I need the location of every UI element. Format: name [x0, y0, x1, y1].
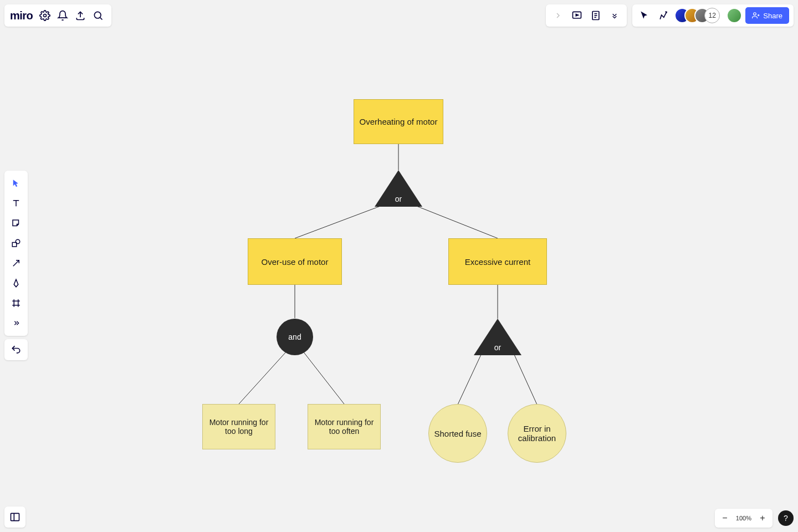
zoom-out-button[interactable]: −: [718, 511, 732, 525]
present-icon[interactable]: [569, 8, 585, 23]
avatar-self[interactable]: [727, 8, 742, 23]
undo-button[interactable]: [4, 339, 28, 360]
avatar-stack[interactable]: 12: [674, 8, 720, 23]
node-overuse-label: Over-use of motor: [262, 257, 329, 267]
svg-point-25: [16, 239, 20, 244]
export-icon[interactable]: [73, 8, 88, 23]
gate-and[interactable]: and: [277, 319, 313, 355]
svg-line-12: [100, 18, 103, 20]
node-leaf-running-often[interactable]: Motor running for too often: [308, 404, 381, 449]
node-excessive-current-label: Excessive current: [465, 257, 530, 267]
share-button-label: Share: [763, 12, 782, 20]
svg-marker-14: [576, 14, 579, 16]
tool-shapes[interactable]: [7, 234, 25, 253]
tool-frame[interactable]: [7, 294, 25, 313]
cursor-follow-icon[interactable]: [637, 8, 652, 23]
svg-line-1: [295, 206, 380, 238]
left-toolbar: [4, 171, 28, 336]
node-overuse[interactable]: Over-use of motor: [248, 238, 342, 285]
node-leaf-error-calibration[interactable]: Error in calibration: [508, 404, 566, 463]
reactions-icon[interactable]: [656, 8, 671, 23]
tool-sticky[interactable]: [7, 214, 25, 233]
svg-line-26: [13, 260, 19, 267]
miro-logo[interactable]: miro: [10, 9, 33, 22]
gate-or-top[interactable]: or: [375, 170, 422, 207]
topbar-right: 12 Share: [546, 4, 794, 27]
node-leaf-running-often-label: Motor running for too often: [313, 418, 376, 436]
avatar-overflow-count[interactable]: 12: [704, 8, 720, 23]
node-root-label: Overheating of motor: [360, 117, 438, 126]
view-controls-panel: [546, 4, 627, 27]
tool-pen[interactable]: [7, 274, 25, 293]
gate-and-label: and: [288, 332, 301, 341]
svg-point-9: [44, 14, 47, 17]
help-label: ?: [784, 514, 788, 523]
help-button[interactable]: ?: [778, 510, 794, 526]
search-icon[interactable]: [90, 8, 106, 23]
tool-select[interactable]: [7, 174, 25, 193]
svg-line-4: [239, 351, 287, 404]
svg-line-8: [514, 355, 537, 405]
node-root[interactable]: Overheating of motor: [354, 99, 443, 144]
settings-icon[interactable]: [37, 8, 53, 23]
notes-icon[interactable]: [588, 8, 603, 23]
svg-line-5: [303, 351, 344, 404]
svg-line-7: [458, 355, 481, 405]
node-leaf-running-long[interactable]: Motor running for too long: [202, 404, 275, 449]
collab-panel: 12 Share: [632, 4, 794, 27]
svg-point-11: [95, 12, 101, 18]
zoom-in-button[interactable]: +: [756, 511, 769, 525]
node-excessive-current[interactable]: Excessive current: [448, 238, 547, 285]
more-chevrons-icon[interactable]: [607, 8, 622, 23]
tool-more[interactable]: [7, 314, 25, 332]
topbar-left: miro: [4, 4, 111, 27]
minimap-toggle[interactable]: [4, 507, 25, 528]
gate-or-right[interactable]: or: [474, 319, 521, 355]
node-leaf-running-long-label: Motor running for too long: [207, 418, 270, 436]
chevron-right-icon[interactable]: [550, 8, 566, 23]
tool-arrow[interactable]: [7, 254, 25, 273]
notifications-icon[interactable]: [55, 8, 70, 23]
svg-line-2: [417, 206, 498, 238]
svg-rect-31: [11, 513, 19, 520]
share-button[interactable]: Share: [745, 7, 789, 24]
gate-or-right-label: or: [474, 343, 521, 352]
diagram-edges: [0, 0, 798, 532]
node-leaf-shorted-fuse-label: Shorted fuse: [434, 429, 481, 438]
svg-point-19: [754, 13, 756, 16]
node-leaf-error-calibration-label: Error in calibration: [511, 424, 562, 443]
tool-text[interactable]: [7, 194, 25, 213]
board-canvas[interactable]: Overheating of motor or Over-use of moto…: [0, 0, 798, 532]
node-leaf-shorted-fuse[interactable]: Shorted fuse: [428, 404, 487, 463]
zoom-value[interactable]: 100%: [733, 515, 755, 521]
gate-or-top-label: or: [375, 195, 422, 203]
zoom-controls: − 100% +: [715, 509, 773, 528]
